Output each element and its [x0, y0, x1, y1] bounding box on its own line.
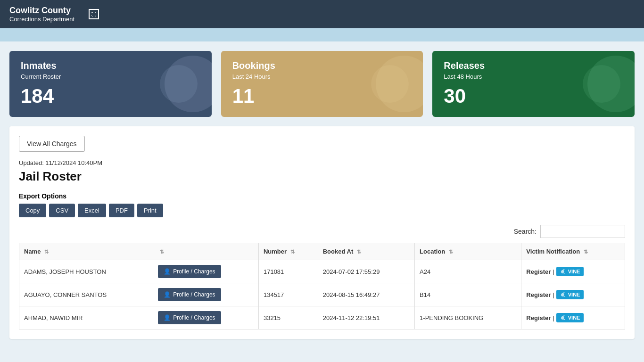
export-excel-button[interactable]: Excel: [78, 204, 106, 217]
inmates-decoration-circle-2: [160, 65, 198, 103]
cell-name-2: AHMAD, NAWID MIR: [19, 306, 153, 329]
victim-cell-1: Register | VINE: [526, 290, 620, 299]
person-icon-1: 👤: [164, 291, 171, 298]
separator-0: |: [553, 268, 554, 275]
search-label: Search:: [514, 228, 537, 235]
header-subtitle: Corrections Department: [9, 16, 74, 23]
cell-profile-1: 👤 Profile / Charges: [153, 283, 259, 306]
header-title: Cowlitz County: [9, 6, 74, 16]
scan-icon[interactable]: ⛶: [89, 9, 99, 19]
table-row: ADAMS, JOSEPH HOUSTON 👤 Profile / Charge…: [19, 260, 625, 283]
vine-logo-icon-0: [560, 268, 567, 275]
separator-2: |: [553, 314, 554, 321]
profile-charges-button-2[interactable]: 👤 Profile / Charges: [158, 311, 221, 324]
stats-area: Inmates Current Roster 184 Bookings Last…: [0, 41, 644, 122]
col-action: ⇅: [153, 243, 259, 260]
register-link-0[interactable]: Register: [526, 268, 551, 275]
bookings-decoration-circle-2: [371, 65, 409, 103]
cell-number-2: 33215: [258, 306, 318, 329]
sort-icon-location: ⇅: [449, 249, 453, 255]
roster-title: Jail Roster: [19, 169, 625, 184]
cell-victim-0: Register | VINE: [521, 260, 625, 283]
cell-profile-2: 👤 Profile / Charges: [153, 306, 259, 329]
table-row: AHMAD, NAWID MIR 👤 Profile / Charges 332…: [19, 306, 625, 329]
register-link-1[interactable]: Register: [526, 291, 551, 298]
cell-name-1: AGUAYO, CONNER SANTOS: [19, 283, 153, 306]
page-header: Cowlitz County Corrections Department ⛶: [0, 0, 644, 28]
sort-icon-booked: ⇅: [357, 249, 361, 255]
person-icon-0: 👤: [164, 268, 171, 275]
victim-cell-0: Register | VINE: [526, 267, 620, 276]
cell-number-1: 134517: [258, 283, 318, 306]
cell-booked-at-1: 2024-08-15 16:49:27: [318, 283, 414, 306]
col-victim-notification[interactable]: Victim Notification ⇅: [521, 243, 625, 260]
releases-card: Releases Last 48 Hours 30: [432, 51, 635, 117]
vine-logo-icon-1: [560, 291, 567, 298]
updated-text: Updated: 11/12/2024 10:40PM: [19, 159, 625, 166]
cell-victim-2: Register | VINE: [521, 306, 625, 329]
search-input[interactable]: [540, 225, 625, 238]
export-options-label: Export Options: [19, 192, 625, 200]
register-link-2[interactable]: Register: [526, 314, 551, 321]
separator-1: |: [553, 291, 554, 298]
cell-profile-0: 👤 Profile / Charges: [153, 260, 259, 283]
export-csv-button[interactable]: CSV: [49, 204, 75, 217]
sort-icon-number: ⇅: [290, 249, 295, 255]
table-header-row: Name ⇅ ⇅ Number ⇅ Booked At ⇅ Location ⇅: [19, 243, 625, 260]
cell-booked-at-2: 2024-11-12 22:19:51: [318, 306, 414, 329]
search-area: Search:: [19, 225, 625, 238]
cell-location-0: A24: [415, 260, 521, 283]
col-number[interactable]: Number ⇅: [258, 243, 318, 260]
view-all-charges-button[interactable]: View All Charges: [19, 136, 85, 152]
cell-name-0: ADAMS, JOSEPH HOUSTON: [19, 260, 153, 283]
header-branding: Cowlitz County Corrections Department: [9, 6, 74, 23]
releases-decoration-circle-2: [583, 65, 620, 103]
sort-icon-victim: ⇅: [584, 249, 588, 255]
profile-charges-button-0[interactable]: 👤 Profile / Charges: [158, 265, 221, 278]
main-content: View All Charges Updated: 11/12/2024 10:…: [9, 126, 635, 339]
cell-location-2: 1-PENDING BOOKING: [415, 306, 521, 329]
victim-cell-2: Register | VINE: [526, 313, 620, 322]
vine-logo-icon-2: [560, 314, 567, 321]
export-pdf-button[interactable]: PDF: [109, 204, 134, 217]
vine-badge-2[interactable]: VINE: [556, 313, 584, 322]
sort-icon-name: ⇅: [44, 249, 49, 255]
cell-booked-at-0: 2024-07-02 17:55:29: [318, 260, 414, 283]
inmates-card: Inmates Current Roster 184: [9, 51, 212, 117]
cell-number-0: 171081: [258, 260, 318, 283]
export-print-button[interactable]: Print: [137, 204, 163, 217]
sub-header-bar: [0, 28, 644, 41]
bookings-card: Bookings Last 24 Hours 11: [221, 51, 423, 117]
person-icon-2: 👤: [164, 314, 171, 321]
vine-badge-1[interactable]: VINE: [556, 290, 584, 299]
vine-badge-0[interactable]: VINE: [556, 267, 584, 276]
col-name[interactable]: Name ⇅: [19, 243, 153, 260]
cell-location-1: B14: [415, 283, 521, 306]
export-buttons-group: Copy CSV Excel PDF Print: [19, 204, 625, 217]
roster-table: Name ⇅ ⇅ Number ⇅ Booked At ⇅ Location ⇅: [19, 243, 625, 329]
col-location[interactable]: Location ⇅: [415, 243, 521, 260]
table-row: AGUAYO, CONNER SANTOS 👤 Profile / Charge…: [19, 283, 625, 306]
cell-victim-1: Register | VINE: [521, 283, 625, 306]
export-copy-button[interactable]: Copy: [19, 204, 46, 217]
profile-charges-button-1[interactable]: 👤 Profile / Charges: [158, 288, 221, 301]
sort-icon-action: ⇅: [160, 249, 164, 255]
col-booked-at[interactable]: Booked At ⇅: [318, 243, 414, 260]
